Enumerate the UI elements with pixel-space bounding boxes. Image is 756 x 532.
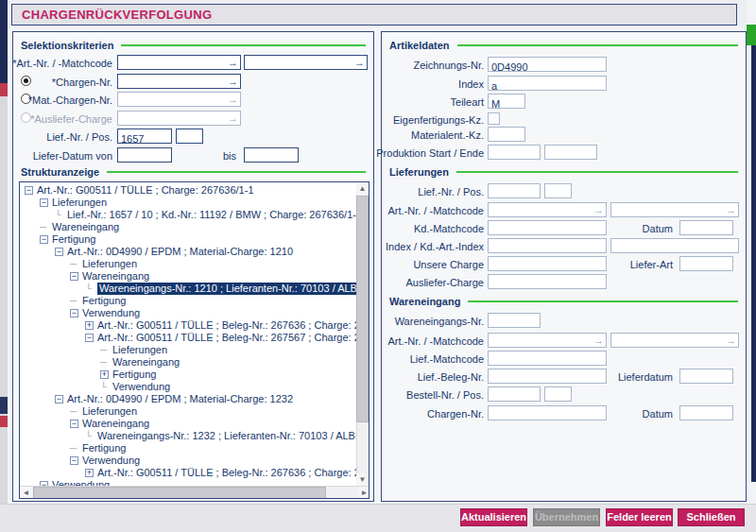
tree-item-label[interactable]: Wareneingang [112, 356, 180, 369]
teileart-field[interactable] [488, 94, 525, 109]
art-nr-input[interactable] [118, 59, 227, 72]
tree-horizontal-scrollbar[interactable]: ◄ ► [20, 486, 369, 498]
collapse-icon[interactable]: − [70, 309, 78, 317]
we-nr-field[interactable] [488, 313, 541, 328]
tree-item-label[interactable]: Art.-Nr.: 0D4990 / EPDM ; Material-Charg… [67, 393, 293, 405]
produktion-ende-input[interactable] [545, 148, 596, 162]
mat-chargen-field[interactable]: → [117, 92, 241, 107]
tree-item-label[interactable]: Verwendung [112, 381, 170, 393]
collapse-icon[interactable]: − [70, 456, 78, 465]
chargen-nr-radio[interactable] [21, 76, 31, 86]
tree-item-label[interactable]: Fertigung [82, 442, 126, 455]
del-datum-input[interactable] [680, 224, 732, 237]
materialent-kz-field[interactable] [488, 127, 525, 142]
eigenfertigungs-kz-checkbox[interactable] [488, 112, 500, 125]
lookup-arrow-icon[interactable]: → [228, 75, 238, 88]
aktualisieren-button[interactable]: Aktualisieren [460, 508, 527, 526]
tree-item-label[interactable]: Art.-Nr.: G00511 / TÜLLE ; Beleg-Nr.: 26… [97, 467, 356, 479]
tree-item[interactable]: −Verwendung [20, 307, 356, 319]
scroll-up-icon[interactable]: ▲ [356, 182, 369, 195]
we-datum-input[interactable] [680, 409, 732, 422]
del-kd-matchcode-input[interactable] [489, 224, 606, 237]
del-index-field[interactable] [488, 238, 607, 253]
we-lief-matchcode-input[interactable] [489, 354, 606, 368]
tree-item[interactable]: −Verwendung [20, 455, 356, 467]
tree-item[interactable]: −Art.-Nr.: G00511 / TÜLLE ; Beleg-Nr.: 2… [20, 332, 356, 344]
tree-item[interactable]: +Fertigung [20, 369, 356, 381]
tree-item-label[interactable]: Wareneingangs-Nr.: 1232 ; Lieferanten-Nr… [97, 430, 356, 442]
tree-item[interactable]: └Lief.-Nr.: 1657 / 10 ; Kd.-Nr.: 11192 /… [20, 209, 356, 221]
zeichnungs-nr-field[interactable] [488, 57, 607, 72]
tree-vertical-scrollbar[interactable]: ▲ ▼ [356, 182, 369, 486]
chargen-nr-field[interactable]: → [117, 74, 241, 89]
tree-item-label[interactable]: Wareneingangs-Nr.: 1210 ; Lieferanten-Nr… [97, 283, 356, 295]
vertical-scroll-thumb[interactable] [356, 196, 369, 422]
tree-item[interactable]: +Art.-Nr.: G00511 / TÜLLE ; Beleg-Nr.: 2… [20, 467, 356, 479]
tree-item-label[interactable]: Verwendung [82, 307, 140, 319]
we-art-nr-input[interactable] [489, 336, 593, 350]
art-matchcode-field[interactable]: → [244, 55, 368, 70]
datum-von-input[interactable] [118, 151, 171, 164]
del-art-matchcode-field[interactable]: → [610, 202, 739, 217]
lookup-arrow-icon[interactable]: → [726, 203, 736, 216]
tree-item[interactable]: −Wareneingang [20, 418, 356, 430]
art-nr-field[interactable]: → [117, 55, 241, 70]
we-art-matchcode-input[interactable] [611, 336, 725, 350]
schliessen-button[interactable]: Schließen [678, 508, 745, 526]
tree-item-label[interactable]: Wareneingang [82, 418, 149, 430]
tree-item[interactable]: −Art.-Nr.: 0D4990 / EPDM ; Material-Char… [20, 246, 356, 258]
index-input[interactable] [489, 79, 606, 93]
materialent-kz-input[interactable] [489, 130, 524, 144]
lief-nr-input[interactable] [118, 132, 171, 146]
datum-bis-input[interactable] [245, 151, 298, 164]
collapse-icon[interactable]: − [40, 198, 48, 207]
lookup-arrow-icon[interactable]: → [726, 334, 736, 347]
lookup-arrow-icon[interactable]: → [593, 334, 604, 347]
scroll-right-icon[interactable]: ► [358, 487, 369, 499]
tree-item[interactable]: −Wareneingang [20, 270, 356, 283]
del-liefer-art-field[interactable] [679, 256, 733, 271]
we-lief-beleg-field[interactable] [488, 369, 607, 384]
del-index-input[interactable] [489, 242, 606, 255]
del-datum-field[interactable] [679, 220, 733, 235]
collapse-icon[interactable]: − [70, 420, 78, 428]
del-lief-pos-field[interactable] [544, 183, 572, 198]
we-lieferdatum-field[interactable] [679, 369, 733, 384]
tree-item[interactable]: ─Fertigung [20, 295, 356, 307]
del-ausliefer-charge-field[interactable] [488, 274, 607, 289]
lookup-arrow-icon[interactable]: → [593, 203, 604, 216]
we-art-matchcode-field[interactable]: → [610, 333, 739, 348]
tree-item[interactable]: └Wareneingangs-Nr.: 1232 ; Lieferanten-N… [20, 430, 356, 442]
tree-item-label[interactable]: Art.-Nr.: G00511 / TÜLLE ; Beleg-Nr.: 26… [97, 319, 356, 332]
tree-item-label[interactable]: Lieferungen [82, 405, 137, 418]
del-lief-nr-field[interactable] [488, 183, 541, 198]
tree-item-label[interactable]: Lieferungen [112, 344, 167, 356]
del-ausliefer-charge-input[interactable] [489, 278, 606, 291]
datum-von-field[interactable] [117, 147, 172, 163]
we-lief-matchcode-field[interactable] [488, 351, 607, 366]
we-bestell-input[interactable] [489, 390, 540, 403]
tree-item[interactable]: ─Lieferungen [20, 405, 356, 418]
tree-item[interactable]: └Verwendung [20, 381, 356, 393]
tree-item[interactable]: −Lieferungen [20, 197, 356, 209]
we-lieferdatum-input[interactable] [680, 372, 732, 386]
del-liefer-art-input[interactable] [680, 260, 732, 273]
collapse-icon[interactable]: − [55, 395, 63, 403]
tree-item-label[interactable]: Art.-Nr.: 0D4990 / EPDM ; Material-Charg… [67, 246, 293, 258]
we-datum-field[interactable] [679, 405, 733, 420]
datum-bis-field[interactable] [244, 147, 299, 163]
we-chargen-input[interactable] [489, 409, 606, 422]
tree-item[interactable]: ─Wareneingang [20, 221, 356, 233]
collapse-icon[interactable]: − [55, 248, 63, 256]
expand-icon[interactable]: + [100, 370, 109, 379]
zeichnungs-nr-input[interactable] [489, 60, 606, 74]
tree-item[interactable]: └Wareneingangs-Nr.: 1210 ; Lieferanten-N… [20, 283, 356, 295]
we-bestell-pos-field[interactable] [544, 386, 572, 402]
collapse-icon[interactable]: − [70, 272, 78, 281]
tree-item-label[interactable]: Lieferungen [52, 197, 107, 209]
tree-item[interactable]: ─Fertigung [20, 442, 356, 455]
tree-item-label[interactable]: Verwendung [82, 455, 140, 467]
horizontal-scroll-thumb[interactable] [33, 487, 326, 499]
tree-item-label[interactable]: Fertigung [82, 295, 126, 307]
tree-item[interactable]: ─Lieferungen [20, 258, 356, 270]
